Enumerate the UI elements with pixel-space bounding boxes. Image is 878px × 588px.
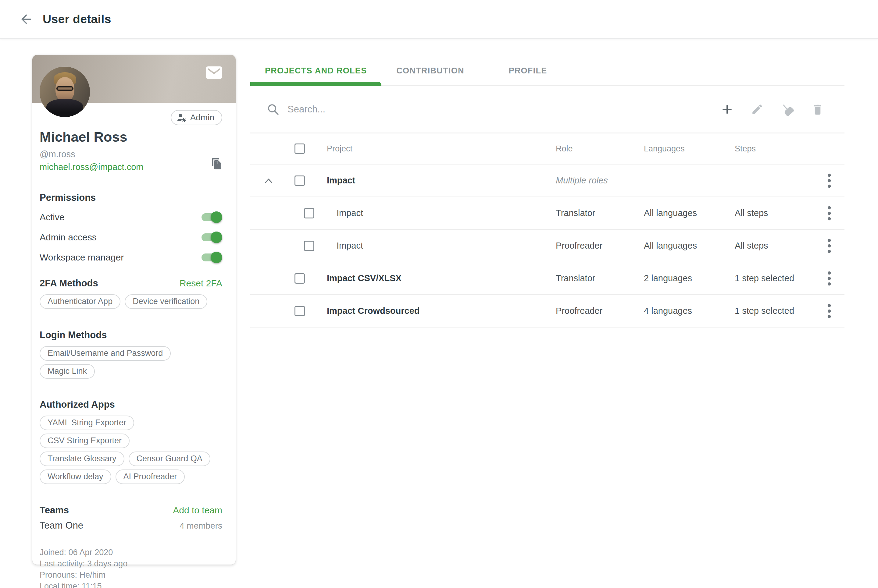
- row-menu-button[interactable]: [823, 172, 835, 189]
- manage-accounts-icon: [176, 112, 187, 123]
- languages-cell: All languages: [644, 208, 735, 218]
- role-cell: Proofreader: [556, 306, 644, 316]
- permission-label: Admin access: [40, 232, 97, 243]
- steps-cell: All steps: [735, 208, 814, 218]
- steps-cell: 1 step selected: [735, 306, 814, 316]
- admin-badge-label: Admin: [190, 113, 214, 123]
- row-menu-button[interactable]: [823, 303, 835, 320]
- select-all-checkbox[interactable]: [295, 144, 305, 154]
- tab-projects-and-roles[interactable]: PROJECTS AND ROLES: [250, 57, 381, 85]
- permission-row-workspace-manager: Workspace manager: [40, 251, 222, 264]
- column-header-project: Project: [327, 144, 556, 153]
- login-methods-title: Login Methods: [40, 330, 222, 340]
- permission-row-admin-access: Admin access: [40, 231, 222, 243]
- authorized-app-chip: YAML String Exporter: [40, 416, 134, 430]
- row-checkbox[interactable]: [295, 176, 305, 186]
- kebab-icon: [827, 238, 831, 254]
- user-meta: Joined: 06 Apr 2020 Last activity: 3 day…: [40, 547, 222, 588]
- clear-filters-button[interactable]: [781, 103, 794, 116]
- search-input[interactable]: [287, 104, 562, 115]
- back-button[interactable]: [18, 10, 35, 28]
- pencil-icon: [751, 103, 764, 116]
- row-checkbox[interactable]: [304, 241, 314, 251]
- kebab-icon: [827, 173, 831, 188]
- app-header: User details: [0, 0, 878, 39]
- authorized-app-chip: CSV String Exporter: [40, 434, 129, 448]
- table-row: Impact Crowdsourced Proofreader 4 langua…: [250, 295, 845, 327]
- tab-contribution[interactable]: CONTRIBUTION: [381, 57, 479, 85]
- table-row: Impact Proofreader All languages All ste…: [250, 230, 845, 262]
- delete-button[interactable]: [811, 103, 824, 116]
- twofa-chip: Authenticator App: [40, 294, 120, 309]
- trash-icon: [811, 103, 824, 116]
- user-name: Michael Ross: [40, 129, 222, 145]
- mail-icon: [206, 65, 222, 80]
- role-cell: Multiple roles: [556, 176, 644, 186]
- table-row: Impact Translator All languages All step…: [250, 197, 845, 230]
- edit-button[interactable]: [750, 103, 764, 116]
- tab-profile[interactable]: PROFILE: [479, 57, 576, 85]
- user-handle: @m.ross: [40, 149, 222, 159]
- column-header-steps: Steps: [735, 144, 814, 153]
- profile-card: Admin Michael Ross @m.ross michael.ross@…: [32, 55, 236, 564]
- kebab-icon: [827, 271, 831, 286]
- column-header-role: Role: [556, 144, 644, 153]
- table-row: Impact CSV/XLSX Translator 2 languages 1…: [250, 262, 845, 295]
- authorized-app-chip: Translate Glossary: [40, 452, 125, 466]
- meta-pronouns: Pronouns: He/him: [40, 569, 222, 581]
- row-checkbox[interactable]: [295, 306, 305, 316]
- project-name: Impact: [327, 208, 556, 218]
- meta-joined: Joined: 06 Apr 2020: [40, 547, 222, 558]
- kebab-icon: [827, 303, 831, 319]
- collapse-row-button[interactable]: [250, 177, 274, 184]
- search-icon: [267, 103, 280, 116]
- project-name: Impact CSV/XLSX: [327, 273, 556, 284]
- avatar: [40, 67, 90, 117]
- team-name: Team One: [40, 520, 83, 531]
- table-row: Impact Multiple roles: [250, 165, 845, 197]
- login-method-chip: Email/Username and Password: [40, 346, 171, 361]
- row-menu-button[interactable]: [823, 205, 835, 222]
- steps-cell: All steps: [735, 241, 814, 251]
- reset-2fa-link[interactable]: Reset 2FA: [180, 278, 222, 288]
- table-toolbar: [250, 86, 845, 134]
- user-email-link[interactable]: michael.ross@impact.com: [40, 162, 143, 172]
- teams-title: Teams: [40, 505, 69, 516]
- add-button[interactable]: [720, 103, 734, 116]
- permission-label: Workspace manager: [40, 252, 124, 262]
- row-menu-button[interactable]: [823, 237, 835, 254]
- page-title: User details: [43, 12, 111, 26]
- languages-cell: 4 languages: [644, 306, 735, 316]
- role-cell: Proofreader: [556, 241, 644, 251]
- authorized-app-chip: Workflow delay: [40, 470, 111, 484]
- active-toggle[interactable]: [201, 211, 222, 224]
- permissions-title: Permissions: [40, 192, 222, 203]
- plus-icon: [720, 103, 734, 116]
- meta-local-time: Local time: 11:15: [40, 581, 222, 588]
- team-row[interactable]: Team One 4 members: [40, 520, 222, 531]
- role-cell: Translator: [556, 208, 644, 218]
- row-checkbox[interactable]: [295, 273, 305, 284]
- main-panel: PROJECTS AND ROLES CONTRIBUTION PROFILE: [250, 39, 845, 327]
- login-method-chip: Magic Link: [40, 364, 95, 379]
- workspace-manager-toggle[interactable]: [201, 251, 222, 264]
- steps-cell: 1 step selected: [735, 273, 814, 284]
- add-to-team-link[interactable]: Add to team: [173, 505, 222, 516]
- column-header-languages: Languages: [644, 144, 735, 153]
- back-arrow-icon: [19, 12, 33, 27]
- kebab-icon: [827, 206, 831, 221]
- row-checkbox[interactable]: [304, 208, 314, 219]
- project-name: Impact Crowdsourced: [327, 306, 556, 316]
- tab-bar: PROJECTS AND ROLES CONTRIBUTION PROFILE: [250, 57, 845, 86]
- languages-cell: 2 languages: [644, 273, 735, 284]
- authorized-apps-title: Authorized Apps: [40, 399, 222, 410]
- broom-icon: [781, 103, 794, 116]
- login-method-chips: Email/Username and Password Magic Link: [40, 346, 222, 382]
- project-name: Impact: [327, 176, 556, 186]
- row-menu-button[interactable]: [823, 270, 835, 287]
- admin-access-toggle[interactable]: [201, 231, 222, 243]
- authorized-app-chip: Censor Guard QA: [129, 452, 210, 466]
- send-email-button[interactable]: [206, 65, 222, 81]
- authorized-app-chips: YAML String Exporter CSV String Exporter…: [40, 416, 222, 488]
- authorized-app-chip: AI Proofreader: [116, 470, 185, 484]
